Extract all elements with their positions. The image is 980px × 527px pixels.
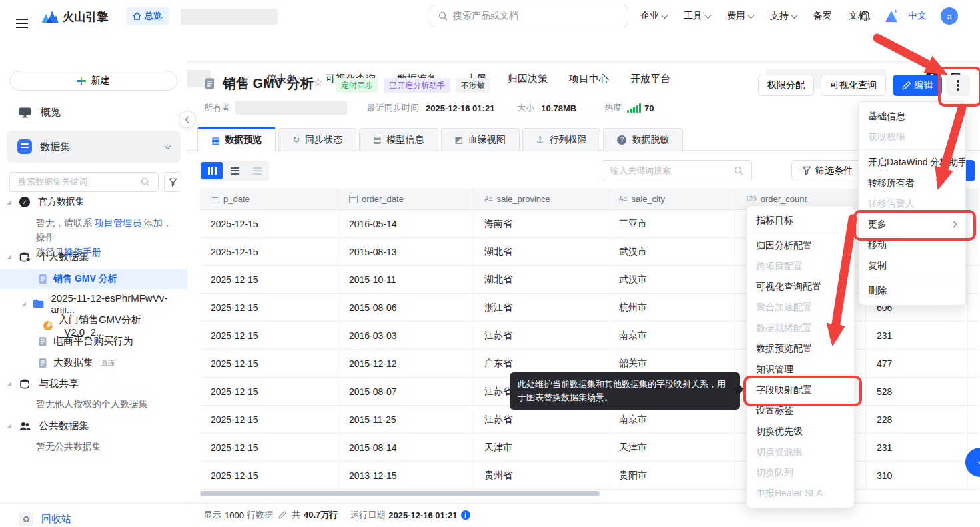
tree-item-folder[interactable]: 2025-11-12-esPhrMFwVv-anji...: [21, 292, 187, 315]
table-cell: 2015-12-12: [338, 350, 474, 378]
topnav-link[interactable]: 备案: [813, 10, 832, 22]
hamburger-menu-icon[interactable]: [16, 15, 28, 26]
hidden-primary-button-sliver[interactable]: [965, 160, 975, 181]
menu-item[interactable]: 字段映射配置: [747, 380, 854, 400]
menu-item[interactable]: 复制: [859, 255, 965, 276]
global-search-input[interactable]: 搜索产品或文档: [430, 5, 628, 27]
tab-6[interactable]: ?数据脱敏: [603, 128, 683, 151]
subnav-link[interactable]: 项目中心: [569, 73, 609, 85]
dataset-doc-icon: [37, 358, 48, 368]
permission-button[interactable]: 权限分配: [758, 75, 814, 96]
recycle-icon: ♻: [19, 512, 33, 526]
column-header[interactable]: A≡sale_city: [608, 189, 735, 210]
overview-button[interactable]: 总览: [126, 7, 169, 25]
edit-rows-pencil-icon[interactable]: [278, 511, 286, 519]
more-actions-button[interactable]: [946, 75, 970, 96]
favorite-star-icon[interactable]: ☆: [313, 75, 323, 89]
field-mapping-tooltip: 此处维护当前数据集和其他数据集的字段映射关系，用于图表替换数据集场景。: [510, 372, 740, 410]
tree-item-official-datasets[interactable]: ✓ 官方数据集: [7, 196, 85, 208]
menu-item[interactable]: 归因分析配置: [747, 235, 854, 256]
brand-name[interactable]: 火山引擎: [63, 9, 108, 25]
filter-icon: [169, 178, 177, 187]
menu-item: 申报Healer SLA: [747, 483, 854, 504]
table-cell: 武汉市: [608, 238, 735, 266]
project-admin-link[interactable]: 项目管理员: [95, 217, 141, 228]
tab-5[interactable]: ⚓行列权限: [522, 128, 601, 151]
sidebar-item-overview[interactable]: 概览: [19, 100, 61, 124]
table-cell: 477: [866, 350, 968, 378]
menu-item[interactable]: 切换优先级: [747, 421, 854, 442]
tree-item-personal-datasets[interactable]: 个人数据集: [7, 251, 89, 263]
column-header[interactable]: A≡sale_province: [474, 189, 608, 210]
menu-item[interactable]: 基础信息: [859, 106, 965, 127]
edit-button[interactable]: 编辑: [893, 75, 942, 96]
horizontal-scrollbar[interactable]: [200, 491, 600, 496]
topnav-link[interactable]: 支持: [770, 10, 797, 22]
info-icon[interactable]: i: [461, 510, 470, 520]
shared-empty-note: 暂无他人授权的个人数据集: [36, 398, 148, 410]
rows-shown-value: 1000: [225, 510, 244, 520]
dataset-search-input[interactable]: 搜索数据集关键词: [9, 172, 159, 192]
subnav-link[interactable]: 归因决策: [508, 73, 548, 85]
text-type-icon: A≡: [619, 195, 628, 203]
new-dataset-button[interactable]: 新建: [9, 71, 177, 91]
column-header[interactable]: p_date: [200, 189, 338, 210]
menu-item[interactable]: 指标目标: [747, 210, 854, 231]
language-switcher[interactable]: 中文: [908, 10, 927, 22]
view-list-button[interactable]: [224, 162, 245, 179]
table-cell: 231: [866, 434, 968, 462]
menu-item[interactable]: 设置标签: [747, 400, 854, 421]
table-cell: 海南省: [474, 210, 608, 238]
topnav-link[interactable]: 费用: [727, 10, 753, 22]
menu-item[interactable]: 更多: [859, 214, 965, 235]
tab-3[interactable]: ▤模型信息: [359, 128, 438, 151]
subnav-link[interactable]: 开放平台: [630, 73, 670, 85]
menu-item[interactable]: 数据预览配置: [747, 338, 854, 359]
view-rows-button[interactable]: [246, 162, 268, 179]
tree-item-shared[interactable]: 与我共享: [7, 378, 79, 390]
tree-item-folder-child[interactable]: 入门销售GMV分析_V2.0_2...: [43, 314, 187, 338]
table-search-input[interactable]: 输入关键词搜索: [602, 160, 752, 181]
sync-time-value: 2025-12-16 01:21: [426, 103, 494, 113]
number-type-icon: 123: [745, 195, 757, 203]
visual-query-button[interactable]: 可视化查询: [821, 75, 886, 96]
tab-1[interactable]: ▦数据预览: [197, 127, 276, 151]
sidebar-item-datasets[interactable]: 数据集: [7, 131, 181, 163]
table-cell: [968, 294, 979, 322]
assistant-logo-icon[interactable]: [883, 9, 899, 25]
sidebar-collapse-handle[interactable]: [179, 111, 196, 128]
calendar-icon: [349, 195, 358, 203]
filter-conditions-button[interactable]: 筛选条件: [791, 160, 863, 181]
topnav-link[interactable]: 工具: [684, 10, 710, 22]
menu-item[interactable]: 开启DataWind 分析助手: [859, 152, 965, 173]
column-header[interactable]: order_date: [338, 189, 474, 210]
dataset-filter-button[interactable]: [164, 172, 181, 192]
menu-item[interactable]: 转移所有者: [859, 173, 965, 193]
plus-icon: [77, 77, 86, 85]
view-columns-button[interactable]: [201, 162, 223, 179]
avatar[interactable]: a: [941, 7, 958, 25]
tree-item-public[interactable]: 公共数据集: [7, 420, 89, 432]
menu-item[interactable]: 删除: [859, 280, 965, 301]
tab-2[interactable]: ↻同步状态: [278, 128, 356, 151]
topnav-link[interactable]: 企业: [640, 10, 667, 22]
tree-item-dataset-3[interactable]: 大数据集 直连: [37, 356, 117, 369]
expander-icon: [7, 200, 11, 205]
table-footer: 显示 1000 行数据 共 40.7万行 运行日期 2025-12-16 01:…: [204, 508, 470, 522]
expander-icon: [7, 424, 11, 428]
menu-item[interactable]: 知识管理: [747, 359, 854, 380]
menu-item: 切换队列: [747, 462, 854, 483]
folder-icon: [33, 298, 44, 309]
recycle-bin[interactable]: ♻ 回收站: [19, 509, 71, 527]
app-root: 火山引擎 总览 搜索产品或文档 企业工具费用支持备案文档 中文 a 智能数据洞察…: [0, 0, 980, 527]
tab-4[interactable]: ◩血缘视图: [441, 128, 520, 151]
tree-item-dataset-2[interactable]: 电商平台购买行为: [37, 335, 133, 348]
menu-item[interactable]: 可视化查询配置: [747, 276, 854, 297]
table-cell: 2025-12-15: [200, 322, 338, 350]
notification-bell-icon[interactable]: [860, 10, 871, 24]
tree-item-selected-dataset[interactable]: 销售 GMV 分析: [0, 269, 187, 289]
column-header[interactable]: [968, 189, 979, 210]
sidebar: 新建 概览 数据集 搜索数据集关键词 ✓ 官方数据集 暂无，请联系 项目管理员 …: [0, 61, 187, 527]
brand-logo-icon[interactable]: [41, 8, 59, 26]
menu-item[interactable]: 移动: [859, 235, 965, 255]
